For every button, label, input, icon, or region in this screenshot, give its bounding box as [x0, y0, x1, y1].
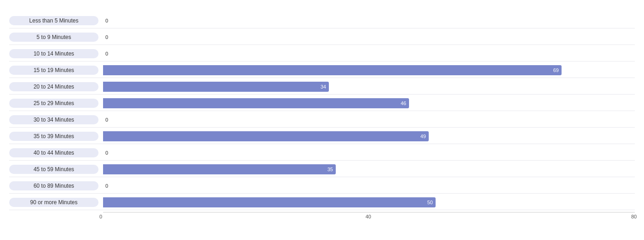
bar: 49	[103, 131, 429, 141]
row-label: 15 to 19 Minutes	[9, 66, 98, 75]
row-label: 90 or more Minutes	[9, 198, 98, 207]
bar-value: 69	[553, 67, 559, 73]
row-label: 10 to 14 Minutes	[9, 49, 98, 58]
bar-value: 50	[427, 200, 433, 205]
chart-wrapper: Less than 5 Minutes05 to 9 Minutes010 to…	[9, 7, 635, 221]
table-row: 90 or more Minutes50	[9, 195, 635, 210]
table-row: 20 to 24 Minutes34	[9, 79, 635, 95]
bar-container: 0	[103, 115, 635, 125]
row-label: 20 to 24 Minutes	[9, 82, 98, 91]
bar-container: 0	[103, 148, 635, 158]
x-axis-line	[103, 212, 635, 212]
row-label: 45 to 59 Minutes	[9, 165, 98, 174]
table-row: 60 to 89 Minutes0	[9, 178, 635, 194]
table-row: 15 to 19 Minutes69	[9, 62, 635, 78]
table-row: 35 to 39 Minutes49	[9, 128, 635, 144]
bar-value: 0	[105, 34, 108, 40]
bar-value: 0	[105, 183, 108, 189]
row-label: 35 to 39 Minutes	[9, 132, 98, 141]
row-label: 60 to 89 Minutes	[9, 181, 98, 190]
bar-value: 35	[327, 167, 333, 172]
x-tick-label: 80	[631, 214, 637, 219]
x-tick-label: 0	[99, 214, 102, 219]
bar-container: 35	[103, 164, 635, 174]
bar-container: 0	[103, 181, 635, 191]
bar-value: 49	[420, 134, 426, 139]
bar-value: 34	[321, 84, 326, 89]
chart-area: Less than 5 Minutes05 to 9 Minutes010 to…	[9, 13, 635, 221]
bar: 34	[103, 82, 329, 92]
bar-value: 0	[105, 51, 108, 56]
bar-container: 0	[103, 32, 635, 42]
table-row: 5 to 9 Minutes0	[9, 29, 635, 45]
table-row: Less than 5 Minutes0	[9, 13, 635, 28]
bar-value: 0	[105, 18, 108, 23]
bar: 69	[103, 65, 562, 75]
bar-container: 50	[103, 197, 635, 207]
bar: 50	[103, 197, 436, 207]
table-row: 30 to 34 Minutes0	[9, 112, 635, 128]
bar-container: 34	[103, 82, 635, 92]
bar: 46	[103, 98, 409, 108]
bars-container: Less than 5 Minutes05 to 9 Minutes010 to…	[9, 13, 635, 210]
bar-container: 49	[103, 131, 635, 141]
bar-container: 46	[103, 98, 635, 108]
table-row: 40 to 44 Minutes0	[9, 145, 635, 161]
row-label: Less than 5 Minutes	[9, 16, 98, 25]
bar-container: 0	[103, 49, 635, 59]
bar-value: 0	[105, 117, 108, 123]
table-row: 25 to 29 Minutes46	[9, 95, 635, 111]
table-row: 10 to 14 Minutes0	[9, 46, 635, 61]
x-tick-label: 40	[366, 214, 371, 219]
row-label: 5 to 9 Minutes	[9, 33, 98, 42]
bar-container: 0	[103, 16, 635, 26]
table-row: 45 to 59 Minutes35	[9, 162, 635, 177]
bar-container: 69	[103, 65, 635, 75]
row-label: 40 to 44 Minutes	[9, 148, 98, 157]
row-label: 25 to 29 Minutes	[9, 99, 98, 108]
bar-value: 0	[105, 150, 108, 156]
bar: 35	[103, 164, 336, 174]
x-axis: 04080	[103, 212, 635, 221]
bar-value: 46	[401, 100, 406, 106]
row-label: 30 to 34 Minutes	[9, 115, 98, 124]
